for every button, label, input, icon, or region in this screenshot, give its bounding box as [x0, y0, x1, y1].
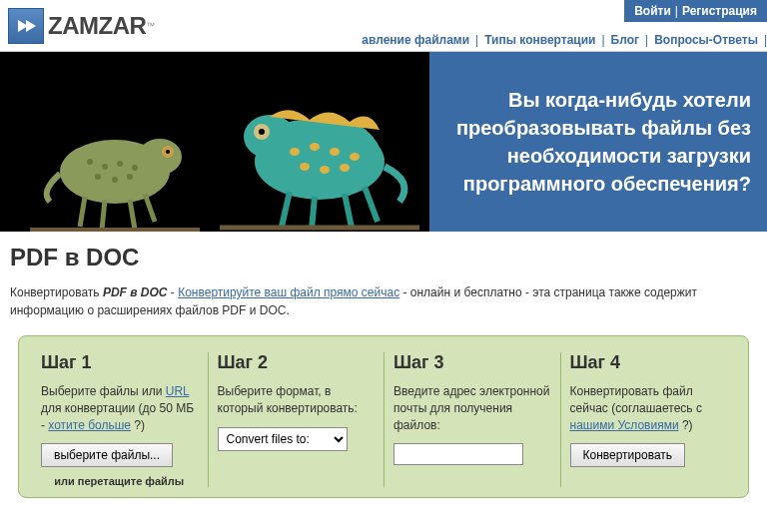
- convert-button[interactable]: Конвертировать: [570, 443, 686, 467]
- step-1: Шаг 1 Выберите файлы или URL для конверт…: [31, 352, 208, 487]
- svg-point-20: [320, 166, 330, 174]
- header: ZAMZAR™ Войти | Регистрация авление файл…: [0, 0, 767, 52]
- chameleon-icon: [30, 102, 200, 232]
- svg-point-19: [300, 163, 310, 171]
- register-link[interactable]: Регистрация: [682, 4, 757, 18]
- main-nav: авление файлами | Типы конвертации | Бло…: [356, 33, 767, 47]
- step-title: Шаг 1: [41, 352, 198, 373]
- want-more-link[interactable]: хотите больше: [48, 418, 131, 432]
- hero-banner: Вы когда-нибудь хотели преобразовывать ф…: [429, 52, 767, 232]
- step-3: Шаг 3 Введите адрес электронной почты дл…: [384, 352, 560, 487]
- url-link[interactable]: URL: [166, 384, 190, 398]
- step-title: Шаг 2: [218, 352, 375, 373]
- logo-icon: [8, 8, 44, 44]
- step-4: Шаг 4 Конвертировать файл сейчас (соглаш…: [560, 352, 737, 487]
- svg-point-17: [330, 148, 340, 156]
- description: Конвертировать PDF в DOC - Конвертируйте…: [10, 283, 757, 319]
- hero-text: Вы когда-нибудь хотели преобразовывать ф…: [445, 86, 751, 198]
- svg-point-15: [290, 148, 300, 156]
- page-title: PDF в DOC: [10, 244, 757, 271]
- step-desc: Выберите формат, в который конвертироват…: [218, 383, 375, 417]
- nav-blog[interactable]: Блог: [605, 33, 645, 47]
- choose-files-button[interactable]: выберите файлы...: [41, 443, 173, 467]
- svg-point-4: [87, 159, 93, 165]
- svg-point-21: [340, 164, 350, 172]
- svg-point-14: [259, 129, 265, 135]
- svg-point-18: [350, 153, 360, 161]
- step-title: Шаг 4: [570, 352, 727, 373]
- svg-point-6: [117, 161, 123, 167]
- step-desc: Конвертировать файл сейчас (соглашаетесь…: [570, 383, 727, 433]
- steps-panel: Шаг 1 Выберите файлы или URL для конверт…: [18, 335, 749, 498]
- separator: |: [675, 4, 678, 18]
- svg-point-5: [102, 164, 108, 170]
- hero-image: [0, 52, 429, 232]
- chameleon-icon: [220, 72, 419, 232]
- svg-point-16: [310, 143, 320, 151]
- terms-link[interactable]: нашими Условиями: [570, 418, 679, 432]
- logo[interactable]: ZAMZAR™: [8, 8, 155, 44]
- svg-point-3: [166, 150, 170, 154]
- step-desc: Введите адрес электронной почты для полу…: [393, 383, 550, 433]
- login-link[interactable]: Войти: [634, 4, 671, 18]
- svg-point-7: [132, 165, 138, 171]
- nav-convert-types[interactable]: Типы конвертации: [478, 33, 601, 47]
- nav-file-management[interactable]: авление файлами: [356, 33, 475, 47]
- auth-bar: Войти | Регистрация: [624, 0, 767, 22]
- logo-tm: ™: [146, 21, 155, 31]
- step-2: Шаг 2 Выберите формат, в который конверт…: [208, 352, 384, 487]
- step-desc: Выберите файлы или URL для конвертации (…: [41, 383, 198, 433]
- drag-files-text: или перетащите файлы: [41, 475, 198, 487]
- format-select[interactable]: Convert files to:: [218, 427, 348, 451]
- svg-point-1: [138, 139, 182, 175]
- convert-now-link[interactable]: Конвертируйте ваш файл прямо сейчас: [178, 285, 399, 299]
- svg-point-8: [95, 174, 101, 180]
- hero: Вы когда-нибудь хотели преобразовывать ф…: [0, 52, 767, 232]
- svg-point-10: [127, 174, 133, 180]
- svg-point-12: [244, 115, 296, 159]
- step-title: Шаг 3: [393, 352, 550, 373]
- svg-point-9: [112, 177, 118, 183]
- email-input[interactable]: [393, 443, 523, 465]
- logo-text: ZAMZAR: [48, 12, 146, 40]
- content: PDF в DOC Конвертировать PDF в DOC - Кон…: [0, 232, 767, 518]
- nav-faq[interactable]: Вопросы-Ответы: [648, 33, 764, 47]
